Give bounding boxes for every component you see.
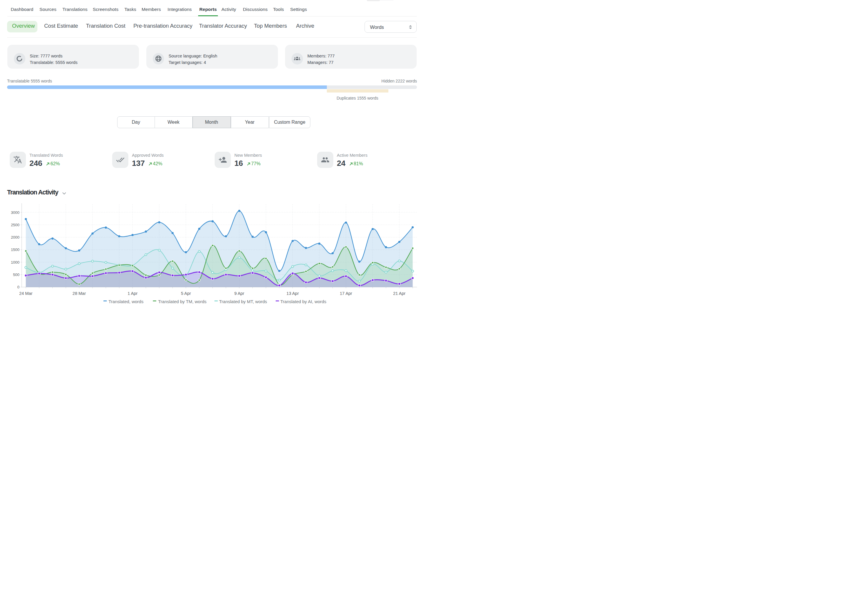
svg-text:500: 500 (13, 273, 19, 277)
svg-text:1 Apr: 1 Apr (127, 291, 138, 296)
svg-text:21 Apr: 21 Apr (393, 291, 405, 296)
svg-text:24 Mar: 24 Mar (19, 291, 33, 296)
svg-text:1000: 1000 (11, 260, 19, 264)
svg-text:28 Mar: 28 Mar (73, 291, 86, 296)
svg-text:5 Apr: 5 Apr (181, 291, 191, 296)
svg-text:2000: 2000 (11, 235, 19, 239)
svg-text:13 Apr: 13 Apr (286, 291, 299, 296)
svg-text:2500: 2500 (11, 223, 19, 227)
svg-text:3000: 3000 (11, 210, 19, 215)
svg-text:17 Apr: 17 Apr (340, 291, 352, 296)
svg-text:1500: 1500 (11, 248, 19, 252)
svg-text:0: 0 (17, 285, 19, 289)
svg-text:9 Apr: 9 Apr (234, 291, 245, 296)
